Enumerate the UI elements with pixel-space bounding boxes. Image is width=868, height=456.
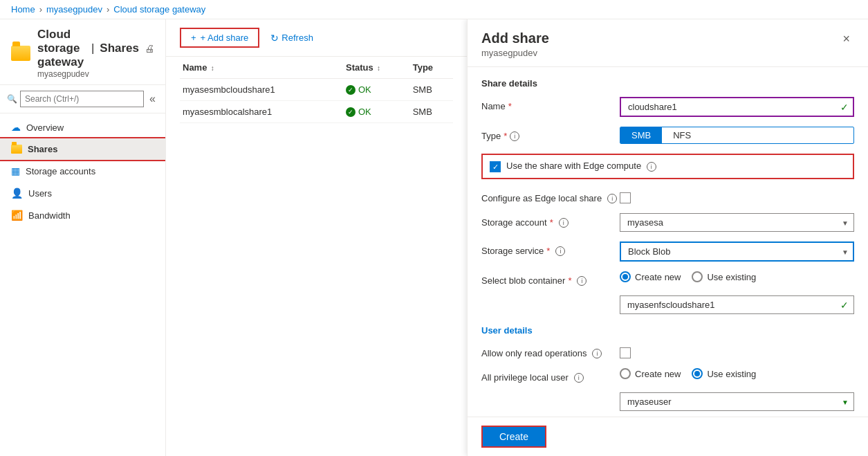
resource-section: Shares [100, 42, 139, 55]
sidebar-item-label: Users [28, 188, 52, 199]
row-name: myasesmbcloudshare1 [180, 79, 343, 101]
table-row[interactable]: myasesmbcloudshare1 OK SMB [180, 79, 453, 101]
share-details-section: Share details [481, 78, 854, 89]
type-label: Type [481, 131, 501, 141]
resource-icon [11, 41, 30, 66]
blob-container-required: * [568, 275, 571, 286]
panel-subtitle: myasegpudev [481, 48, 549, 58]
table-row[interactable]: myasesmblocalshare1 OK SMB [180, 101, 453, 123]
edge-local-label: Configure as Edge local share [481, 193, 602, 203]
storage-account-select[interactable]: myasesa [620, 213, 854, 232]
all-privilege-info-icon[interactable]: i [574, 373, 584, 383]
name-required: * [508, 101, 512, 111]
overview-icon: ☁ [11, 122, 21, 133]
breadcrumb-page: Cloud storage gateway [113, 4, 205, 15]
breadcrumb-sep1: › [39, 4, 42, 15]
sidebar-item-storage-accounts[interactable]: ▦ Storage accounts [0, 160, 165, 182]
smb-toggle[interactable]: SMB [620, 127, 662, 143]
row-status: OK [343, 101, 410, 123]
user-input[interactable] [620, 392, 854, 411]
blob-container-input[interactable] [620, 295, 854, 314]
storage-account-label: Storage account [481, 217, 547, 228]
storage-icon: ▦ [11, 165, 20, 176]
row-type: SMB [410, 79, 453, 101]
edge-compute-label: Use the share with Edge compute [506, 161, 641, 171]
users-icon: 👤 [11, 188, 23, 199]
edge-local-checkbox[interactable] [620, 192, 631, 203]
sort-name-icon[interactable]: ↕ [211, 64, 214, 72]
col-type: Type [413, 62, 433, 73]
blob-container-label: Select blob container [481, 275, 565, 286]
edge-compute-info-icon[interactable]: i [647, 162, 656, 172]
type-required: * [504, 131, 507, 141]
sidebar-item-shares[interactable]: Shares [0, 138, 165, 160]
sidebar-item-label: Shares [28, 144, 57, 154]
storage-account-info-icon[interactable]: i [559, 218, 569, 228]
resource-title: Cloud storage gateway [37, 28, 86, 69]
storage-service-info-icon[interactable]: i [555, 246, 565, 256]
panel-title: Add share [481, 30, 549, 46]
privilege-create-new-radio[interactable]: Create new [620, 368, 681, 379]
refresh-button[interactable]: ↻ Refresh [270, 33, 313, 44]
all-privilege-label: All privilege local user [481, 372, 569, 383]
edge-local-info-icon[interactable]: i [607, 194, 617, 203]
resource-separator: | [91, 42, 94, 55]
sidebar-item-bandwidth[interactable]: 📶 Bandwidth [0, 204, 165, 226]
collapse-icon[interactable]: « [147, 93, 158, 105]
row-name: myasesmblocalshare1 [180, 101, 343, 123]
edge-compute-checkbox[interactable] [490, 161, 501, 172]
breadcrumb-home[interactable]: Home [11, 4, 35, 15]
sort-status-icon[interactable]: ↕ [377, 64, 380, 72]
blob-valid-icon: ✓ [840, 300, 849, 311]
allow-read-info-icon[interactable]: i [592, 349, 602, 358]
breadcrumb-device[interactable]: myasegpudev [46, 4, 102, 15]
sidebar-item-users[interactable]: 👤 Users [0, 182, 165, 204]
resource-subtitle: myasegpudev [37, 69, 154, 79]
allow-read-checkbox[interactable] [620, 347, 631, 358]
breadcrumb-sep2: › [107, 4, 109, 15]
privilege-use-existing-radio[interactable]: Use existing [692, 368, 756, 379]
col-status: Status [346, 62, 373, 73]
user-details-section: User details [481, 325, 854, 336]
search-input[interactable] [20, 91, 144, 107]
name-label: Name [481, 101, 506, 111]
bandwidth-icon: 📶 [11, 210, 23, 221]
refresh-icon: ↻ [270, 33, 279, 44]
nfs-toggle[interactable]: NFS [662, 127, 702, 143]
edge-compute-row[interactable]: Use the share with Edge compute i [481, 154, 854, 179]
col-name: Name [183, 62, 207, 73]
blob-create-new-radio[interactable]: Create new [620, 271, 681, 282]
close-button[interactable]: × [838, 30, 854, 48]
storage-service-required: * [546, 246, 550, 256]
sidebar-item-overview[interactable]: ☁ Overview [0, 116, 165, 138]
name-valid-icon: ✓ [840, 102, 849, 113]
sidebar-item-label: Overview [26, 122, 64, 133]
print-icon[interactable]: 🖨 [145, 43, 154, 54]
sidebar-item-label: Bandwidth [28, 210, 71, 221]
storage-service-label: Storage service [481, 246, 544, 256]
blob-use-existing-radio[interactable]: Use existing [692, 271, 756, 282]
shares-icon [11, 145, 22, 154]
add-share-button[interactable]: + + Add share [180, 28, 259, 48]
row-status: OK [343, 79, 410, 101]
name-input[interactable] [620, 97, 854, 117]
add-icon: + [191, 33, 196, 43]
search-icon: 🔍 [7, 94, 17, 104]
storage-account-required: * [550, 217, 553, 228]
user-chevron-icon: ▼ [842, 398, 849, 405]
storage-service-select[interactable]: Block Blob [620, 241, 854, 262]
row-type: SMB [410, 101, 453, 123]
allow-read-label: Allow only read operations [481, 348, 587, 358]
sidebar-item-label: Storage accounts [26, 166, 95, 176]
create-button[interactable]: Create [481, 426, 546, 448]
blob-container-info-icon[interactable]: i [577, 276, 587, 286]
type-info-icon[interactable]: i [510, 131, 519, 141]
